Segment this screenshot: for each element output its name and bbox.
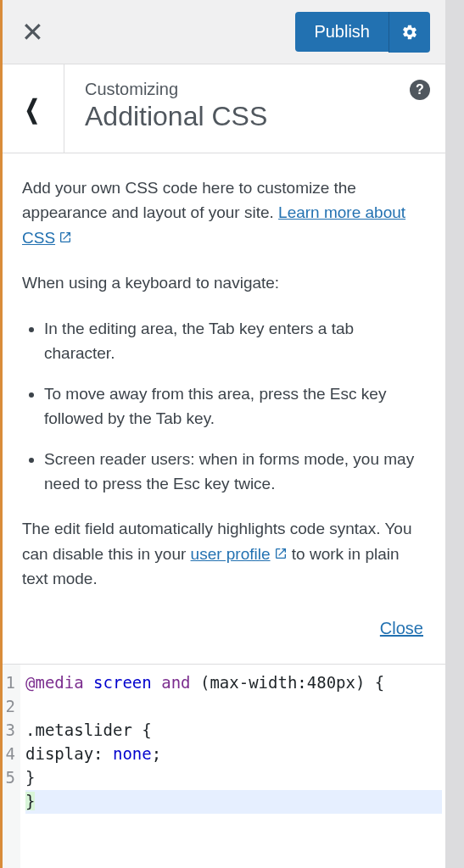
line-number: 1	[3, 671, 15, 695]
code-line[interactable]: }	[25, 790, 442, 814]
gear-icon	[401, 24, 418, 41]
chevron-left-icon: ❮	[25, 94, 40, 124]
publish-settings-button[interactable]	[389, 12, 430, 53]
external-link-icon	[274, 542, 288, 556]
customizing-label: Customizing	[85, 80, 428, 99]
publish-button[interactable]: Publish	[295, 12, 389, 52]
line-number: 3	[3, 719, 15, 743]
back-button[interactable]: ❮	[0, 64, 64, 153]
line-number: 2	[3, 695, 15, 719]
code-line[interactable]: }	[25, 766, 442, 790]
help-bullet: To move away from this area, press the E…	[44, 381, 423, 431]
code-line[interactable]: display: none;	[25, 743, 442, 766]
line-number: 4	[3, 743, 15, 766]
code-line[interactable]: @media screen and (max-width:480px) {	[25, 671, 442, 719]
close-customizer-button[interactable]: ✕	[0, 0, 64, 64]
close-help-link[interactable]: Close	[380, 619, 423, 637]
keyboard-intro: When using a keyboard to navigate:	[22, 270, 423, 295]
line-number: 5	[3, 766, 15, 790]
description-panel: Add your own CSS code here to customize …	[0, 153, 445, 665]
css-editor[interactable]: 12345 @media screen and (max-width:480px…	[0, 665, 445, 868]
help-button[interactable]: ?	[410, 80, 430, 100]
user-profile-link[interactable]: user profile	[191, 545, 288, 563]
section-title: Additional CSS	[85, 101, 428, 132]
help-bullet: In the editing area, the Tab key enters …	[44, 316, 423, 366]
code-line[interactable]: .metaslider {	[25, 719, 442, 743]
external-link-icon	[59, 226, 72, 240]
help-bullet: Screen reader users: when in forms mode,…	[44, 447, 423, 497]
